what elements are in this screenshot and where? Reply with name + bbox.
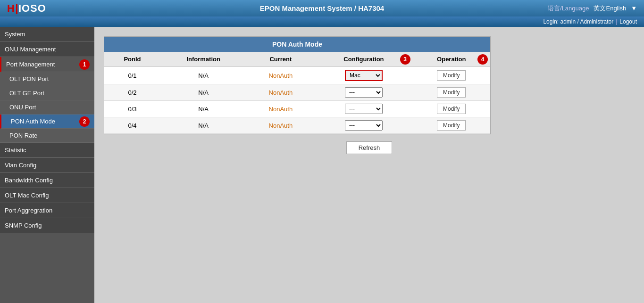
col-configuration: Configuration 3: [315, 52, 412, 67]
cell-information: N/A: [160, 84, 247, 101]
sidebar-item-port-aggregation[interactable]: Port Aggregration: [0, 203, 94, 218]
modify-button[interactable]: Modify: [437, 70, 466, 81]
modify-button[interactable]: Modify: [437, 104, 466, 114]
sidebar-item-vlan-config[interactable]: Vlan Config: [0, 158, 94, 173]
main-layout: System ONU Management Port Management 1 …: [0, 27, 644, 303]
cell-current: NonAuth: [246, 84, 315, 101]
table-row: 0/1N/ANonAuthMac---LoidHybridModify: [104, 67, 490, 84]
sidebar-item-pon-rate[interactable]: PON Rate: [0, 129, 94, 143]
sidebar-item-pon-auth-mode[interactable]: PON Auth Mode 2: [0, 115, 94, 129]
annotation-1: 1: [79, 59, 90, 70]
sidebar-item-olt-ge-port[interactable]: OLT GE Port: [0, 86, 94, 100]
modify-button[interactable]: Modify: [437, 87, 466, 98]
refresh-area: Refresh: [104, 141, 635, 154]
cell-information: N/A: [160, 67, 247, 84]
cell-configuration[interactable]: ---MacLoidHybrid: [315, 101, 412, 117]
annotation-2: 2: [79, 116, 90, 127]
header-right: 语言/Language 英文English ▼: [548, 4, 637, 13]
col-current: Current: [246, 52, 315, 67]
cell-current: NonAuth: [246, 67, 315, 84]
refresh-button[interactable]: Refresh: [346, 141, 393, 154]
sidebar-item-olt-mac-config[interactable]: OLT Mac Config: [0, 188, 94, 203]
cell-configuration[interactable]: ---MacLoidHybrid: [315, 117, 412, 134]
modify-button[interactable]: Modify: [437, 120, 466, 131]
config-select[interactable]: ---MacLoidHybrid: [345, 104, 383, 114]
language-label: 语言/Language: [548, 4, 589, 13]
logout-link[interactable]: Logout: [619, 18, 637, 25]
cell-ponid: 0/3: [104, 101, 160, 117]
sidebar: System ONU Management Port Management 1 …: [0, 27, 94, 303]
cell-operation[interactable]: Modify: [413, 117, 490, 134]
sidebar-item-onu-management[interactable]: ONU Management: [0, 42, 94, 57]
chevron-down-icon: ▼: [631, 5, 637, 12]
sidebar-item-system[interactable]: System: [0, 27, 94, 42]
col-information: Information: [160, 52, 247, 67]
sidebar-item-port-management[interactable]: Port Management 1: [0, 57, 94, 72]
cell-operation[interactable]: Modify: [413, 84, 490, 101]
cell-information: N/A: [160, 117, 247, 134]
cell-ponid: 0/4: [104, 117, 160, 134]
cell-information: N/A: [160, 101, 247, 117]
table-row: 0/4N/ANonAuth---MacLoidHybridModify: [104, 117, 490, 134]
logo: HIOSO: [7, 2, 46, 15]
annotation-3: 3: [400, 54, 410, 65]
pon-auth-mode-table-container: PON Auth Mode PonId Information Current …: [104, 36, 491, 134]
sidebar-item-snmp-config[interactable]: SNMP Config: [0, 218, 94, 233]
login-info: Login: admin / Administrator: [543, 18, 613, 25]
sidebar-item-bandwidth-config[interactable]: Bandwidth Config: [0, 173, 94, 188]
annotation-4: 4: [477, 54, 488, 65]
cell-operation[interactable]: Modify: [413, 67, 490, 84]
cell-configuration[interactable]: ---MacLoidHybrid: [315, 84, 412, 101]
cell-current: NonAuth: [246, 117, 315, 134]
col-operation: Operation 4: [413, 52, 490, 67]
config-select[interactable]: ---MacLoidHybrid: [345, 120, 383, 131]
pon-auth-table: PonId Information Current Configuration …: [104, 52, 490, 134]
sidebar-item-onu-port[interactable]: ONU Port: [0, 100, 94, 115]
table-row: 0/3N/ANonAuth---MacLoidHybridModify: [104, 101, 490, 117]
config-select[interactable]: ---MacLoidHybrid: [345, 87, 383, 98]
cell-ponid: 0/2: [104, 84, 160, 101]
header-bottom: Login: admin / Administrator | Logout: [0, 16, 644, 27]
config-select[interactable]: Mac---LoidHybrid: [345, 70, 383, 81]
cell-current: NonAuth: [246, 101, 315, 117]
table-row: 0/2N/ANonAuth---MacLoidHybridModify: [104, 84, 490, 101]
cell-operation[interactable]: Modify: [413, 101, 490, 117]
header-top: HIOSO EPON Management System / HA7304 语言…: [0, 0, 644, 16]
sidebar-item-statistic[interactable]: Statistic: [0, 143, 94, 158]
logo-divider: [16, 4, 17, 14]
language-value[interactable]: 英文English: [594, 4, 626, 13]
content-area: PON Auth Mode PonId Information Current …: [94, 27, 644, 303]
page-system-title: EPON Management System / HA7304: [260, 4, 384, 12]
sidebar-item-olt-pon-port[interactable]: OLT PON Port: [0, 72, 94, 86]
table-header-row: PonId Information Current Configuration …: [104, 52, 490, 67]
cell-configuration[interactable]: Mac---LoidHybrid: [315, 67, 412, 84]
col-ponid: PonId: [104, 52, 160, 67]
table-title: PON Auth Mode: [104, 37, 490, 52]
cell-ponid: 0/1: [104, 67, 160, 84]
